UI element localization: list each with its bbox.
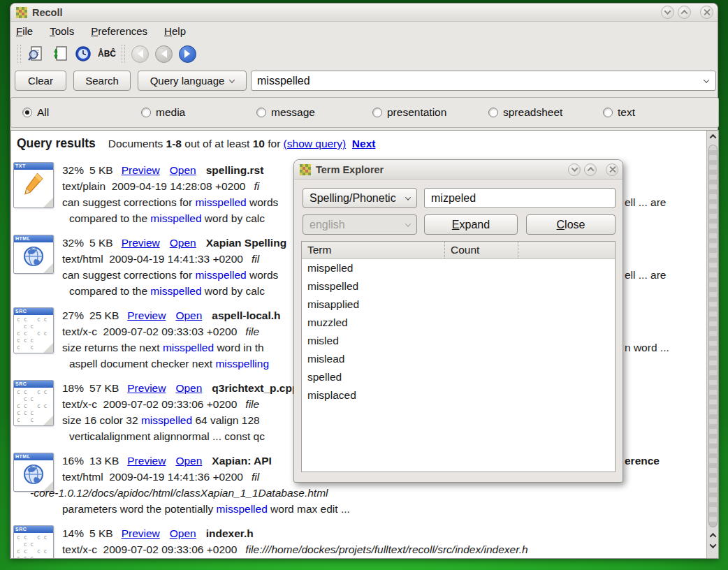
menu-item-file[interactable]: File xyxy=(16,25,33,37)
open-link[interactable]: Open xyxy=(170,527,196,539)
recoll-app-icon-small xyxy=(300,164,311,175)
abstract-text: can suggest corrections for xyxy=(62,269,195,281)
scroll-up-button-2[interactable] xyxy=(708,530,718,541)
minimize-button[interactable] xyxy=(661,6,674,19)
dialog-titlebar[interactable]: Term Explorer xyxy=(294,160,623,180)
page-first-icon[interactable] xyxy=(129,43,151,64)
term-row[interactable]: spelled xyxy=(302,368,615,386)
radio-label: text xyxy=(618,106,635,119)
result-range: 1-8 xyxy=(166,138,182,149)
filter-radio-spreadsheet[interactable]: spreadsheet xyxy=(488,98,562,127)
term-row[interactable]: misapplied xyxy=(302,295,615,314)
highlighted-term: misspelled xyxy=(163,342,214,353)
doc-icon-txt: TXT xyxy=(13,162,54,208)
doc-type-label: HTML xyxy=(14,235,53,242)
abstract-text: word by calc xyxy=(202,285,265,297)
next-page-link[interactable]: Next xyxy=(352,138,376,149)
term-cell: misplaced xyxy=(302,389,445,402)
preview-link[interactable]: Preview xyxy=(122,527,160,539)
count-column-header[interactable]: Count xyxy=(445,242,518,258)
abstract-text: can suggest corrections for xyxy=(62,196,195,208)
close-icon xyxy=(609,166,616,173)
spellcheck-abc-icon[interactable]: ÅBĈ xyxy=(96,43,118,64)
open-link[interactable]: Open xyxy=(175,382,202,394)
preview-link[interactable]: Preview xyxy=(122,237,160,249)
filter-radio-presentation[interactable]: presentation xyxy=(372,98,446,127)
expand-button[interactable]: Expand xyxy=(424,214,518,235)
document-preview-icon[interactable] xyxy=(24,43,47,64)
close-icon xyxy=(703,8,711,16)
preview-link[interactable]: Preview xyxy=(122,164,160,176)
result-meta: text/x-c 2009-07-02 09:33:06 +0200file:/… xyxy=(62,541,704,557)
abstract-text: size 16 color 32 xyxy=(62,414,141,426)
search-input[interactable] xyxy=(252,75,704,87)
relevance-percent: 16% xyxy=(62,455,84,467)
abstract-text: 64 valign 128 xyxy=(192,414,260,426)
toolbar-handle-2[interactable] xyxy=(122,45,125,63)
page-next-icon[interactable] xyxy=(176,43,198,64)
scroll-up-button[interactable] xyxy=(708,131,718,142)
open-link[interactable]: Open xyxy=(170,164,196,176)
page-prev-icon[interactable] xyxy=(152,43,175,64)
term-row[interactable]: misplaced xyxy=(302,386,615,404)
scrollbar-thumb[interactable] xyxy=(708,145,718,527)
result-headline: 14%5 KBPreviewOpenindexer.h xyxy=(62,525,704,541)
history-clock-icon[interactable] xyxy=(72,43,94,64)
open-link[interactable]: Open xyxy=(175,309,202,321)
filter-radio-message[interactable]: message xyxy=(256,98,315,127)
expansion-mode-dropdown[interactable]: Spelling/Phonetic xyxy=(303,188,417,208)
term-input[interactable] xyxy=(425,189,615,207)
result-title: Xapian Spelling xyxy=(206,237,286,249)
category-filter-group: Allmediamessagepresentationspreadsheette… xyxy=(10,97,719,128)
preview-link[interactable]: Preview xyxy=(127,382,166,394)
results-scrollbar[interactable] xyxy=(706,131,718,558)
term-row[interactable]: misled xyxy=(302,332,615,350)
query-language-dropdown[interactable]: Query language xyxy=(138,71,247,91)
main-titlebar[interactable]: Recoll xyxy=(10,3,718,22)
search-combo-chevron-icon[interactable] xyxy=(704,77,709,82)
open-link[interactable]: Open xyxy=(170,237,196,249)
close-dialog-button[interactable]: Close xyxy=(526,214,616,235)
abstract-text: -core-1.0.12/docs/apidoc/html/classXapia… xyxy=(30,487,328,499)
scroll-down-button[interactable] xyxy=(708,541,718,551)
preview-link[interactable]: Preview xyxy=(127,309,166,321)
source-code-pattern: c c c c c c c c c c c c c c c xyxy=(14,533,53,559)
filter-radio-all[interactable]: All xyxy=(22,98,49,127)
relevance-percent: 32% xyxy=(62,237,84,249)
preview-link[interactable]: Preview xyxy=(127,455,166,467)
term-row[interactable]: mispelled xyxy=(302,259,615,277)
language-dropdown: english xyxy=(303,214,417,235)
search-button[interactable]: Search xyxy=(73,71,131,91)
term-row[interactable]: misspelled xyxy=(302,277,615,295)
dialog-minimize-button[interactable] xyxy=(568,163,581,176)
term-column-header[interactable]: Term xyxy=(302,242,445,258)
term-row[interactable]: muzzled xyxy=(302,314,615,332)
radio-label: All xyxy=(37,106,49,119)
term-row[interactable]: mislead xyxy=(302,350,615,368)
menu-item-preferences[interactable]: Preferences xyxy=(91,25,147,37)
result-title-fragment: erence xyxy=(625,453,660,469)
filter-radio-text[interactable]: text xyxy=(603,98,635,127)
result-title: q3richtext_p.cpp xyxy=(212,382,298,394)
radio-selected-icon xyxy=(22,108,32,117)
open-link[interactable]: Open xyxy=(175,455,202,467)
toolbar-handle[interactable] xyxy=(17,45,21,63)
maximize-button[interactable] xyxy=(678,6,691,19)
highlighted-term: misspelled xyxy=(141,414,192,426)
dialog-close-button[interactable] xyxy=(606,163,618,176)
highlighted-term: misspelling xyxy=(215,358,269,370)
sort-docs-icon[interactable] xyxy=(48,43,71,64)
show-query-link[interactable]: (show query) xyxy=(284,138,347,149)
file-url: file:///home/dockes/projets/fulltext/rec… xyxy=(245,543,527,555)
mime-and-date: text/html 2009-04-19 14:41:36 +0200 xyxy=(62,471,243,483)
dialog-maximize-button[interactable] xyxy=(584,163,597,176)
close-button[interactable] xyxy=(700,6,713,19)
clear-button[interactable]: Clear xyxy=(15,71,66,91)
mime-and-date: text/x-c 2009-07-02 09:33:06 +0200 xyxy=(62,398,237,410)
result-title: aspell-local.h xyxy=(212,309,280,321)
menu-item-help[interactable]: Help xyxy=(164,25,186,37)
filter-radio-media[interactable]: media xyxy=(141,98,185,127)
results-title: Query results xyxy=(17,136,96,150)
menu-item-tools[interactable]: Tools xyxy=(50,25,74,37)
result-total: 10 xyxy=(253,138,265,149)
